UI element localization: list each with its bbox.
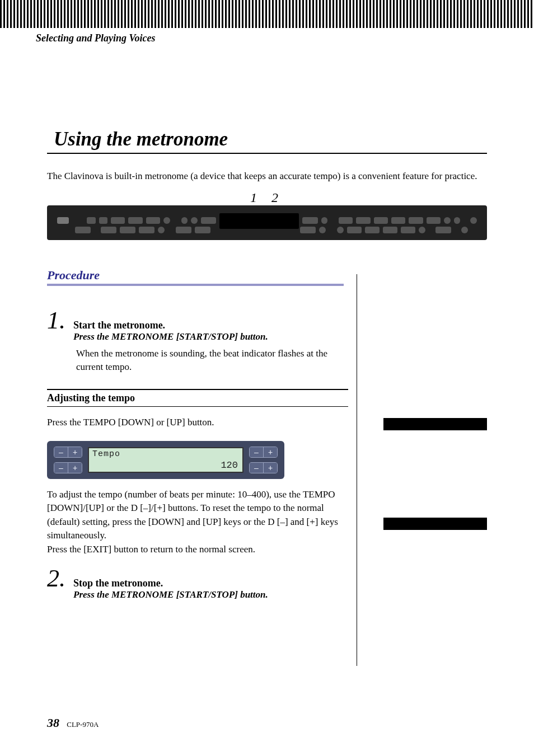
lcd-screen: Tempo 120: [88, 447, 243, 473]
instrument-panel-illustration: [47, 205, 487, 240]
minus-plus-button: – +: [54, 462, 82, 473]
step-number: 1.: [47, 308, 65, 333]
step-instruction: Press the METRONOME [START/STOP] button.: [73, 589, 268, 600]
running-head: Selecting and Playing Voices: [36, 32, 487, 44]
plus-icon: +: [263, 447, 277, 457]
page-footer: 38 CLP-970A: [47, 716, 99, 730]
model-label: CLP-970A: [67, 720, 99, 729]
step-1: 1. Start the metronome. Press the METRON…: [47, 308, 348, 342]
side-note-bar: [383, 418, 487, 430]
page-content: Selecting and Playing Voices Using the m…: [0, 0, 534, 623]
plus-icon: +: [263, 463, 277, 473]
intro-paragraph: The Clavinova is built-in metronome (a d…: [47, 170, 487, 184]
lcd-value: 120: [221, 460, 238, 471]
minus-icon: –: [250, 447, 263, 457]
tempo-lcd-illustration: – + – + Tempo 120 – +: [47, 441, 284, 479]
minus-plus-button: – +: [249, 462, 278, 473]
plus-icon: +: [68, 463, 82, 473]
minus-icon: –: [250, 463, 263, 473]
column-divider: [357, 274, 357, 666]
adjust-body: To adjust the tempo (number of beats per…: [47, 488, 348, 557]
minus-plus-button: – +: [249, 447, 278, 458]
side-column: [348, 300, 487, 600]
step-body: When the metronome is sounding, the beat…: [76, 347, 348, 374]
procedure-heading: Procedure: [47, 268, 344, 286]
minus-icon: –: [54, 447, 68, 457]
panel-step-markers: 1 2: [47, 190, 487, 205]
plus-icon: +: [68, 447, 82, 457]
step-instruction: Press the METRONOME [START/STOP] button.: [73, 331, 268, 342]
step-title: Stop the metronome.: [73, 577, 268, 589]
step-2: 2. Stop the metronome. Press the METRONO…: [47, 566, 348, 600]
minus-icon: –: [54, 463, 68, 473]
step-number: 2.: [47, 566, 65, 591]
section-title: Using the metronome: [47, 128, 228, 150]
adjust-tempo-heading: Adjusting the tempo: [47, 389, 348, 407]
step-title: Start the metronome.: [73, 320, 268, 331]
minus-plus-button: – +: [54, 447, 82, 458]
main-column: 1. Start the metronome. Press the METRON…: [47, 300, 348, 600]
page-number: 38: [47, 716, 59, 730]
adjust-intro: Press the TEMPO [DOWN] or [UP] button.: [47, 416, 348, 430]
side-note-bar: [383, 518, 487, 530]
lcd-label: Tempo: [92, 449, 120, 459]
section-title-wrap: Using the metronome: [47, 128, 487, 154]
